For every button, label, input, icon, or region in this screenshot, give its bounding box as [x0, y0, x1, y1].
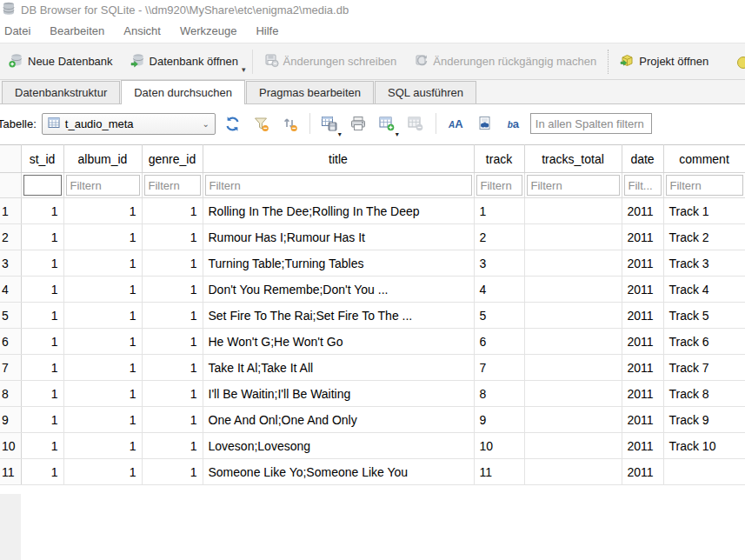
cell-title[interactable]: He Won't G;He Won't Go [203, 329, 474, 355]
cell-comment[interactable]: Track 7 [663, 355, 745, 381]
cell-st_id[interactable]: 1 [21, 355, 63, 381]
cell-tracks_total[interactable] [524, 224, 622, 250]
table-selector-combobox[interactable]: t_audio_meta ⌄ [42, 113, 216, 135]
cell-date[interactable]: 2011 [622, 355, 663, 381]
cell-genre_id[interactable]: 1 [142, 198, 203, 224]
insert-record-button[interactable]: ▾ [376, 112, 399, 136]
cell-genre_id[interactable]: 1 [142, 459, 203, 485]
cell-st_id[interactable]: 1 [21, 277, 63, 303]
column-filter-input-date[interactable] [624, 175, 662, 196]
cell-comment[interactable]: Track 1 [663, 198, 745, 224]
row-number[interactable]: 8 [0, 381, 21, 407]
row-number[interactable]: 4 [0, 277, 21, 303]
cell-track[interactable]: 10 [474, 433, 524, 459]
tab-daten-durchsuchen[interactable]: Daten durchsuchen [121, 80, 245, 104]
cell-genre_id[interactable]: 1 [142, 433, 203, 459]
cell-title[interactable]: Rumour Has I;Rumour Has It [203, 224, 474, 250]
open-project-button[interactable]: Projekt öffnen [611, 43, 717, 79]
cell-tracks_total[interactable] [524, 198, 622, 224]
menu-bearbeiten[interactable]: Bearbeiten [40, 24, 114, 37]
encoding-button[interactable]: ba [502, 112, 525, 136]
column-filter-input-album_id[interactable] [66, 175, 140, 196]
column-filter-input-genre_id[interactable] [144, 175, 201, 196]
cell-genre_id[interactable]: 1 [142, 355, 203, 381]
cell-genre_id[interactable]: 1 [142, 329, 203, 355]
cell-title[interactable]: Rolling In The Dee;Rolling In The Deep [203, 198, 474, 224]
open-database-button[interactable]: Datenbank öffnen [122, 43, 247, 79]
column-filter-input-comment[interactable] [666, 175, 743, 196]
column-header-title[interactable]: title [203, 145, 474, 173]
cell-date[interactable]: 2011 [622, 381, 663, 407]
cell-album_id[interactable]: 1 [63, 198, 142, 224]
cell-tracks_total[interactable] [524, 329, 622, 355]
revert-changes-button[interactable]: Änderungen rückgängig machen [405, 43, 605, 79]
cell-comment[interactable]: Track 9 [663, 407, 745, 433]
tab-sql-ausfuehren[interactable]: SQL ausführen [375, 81, 476, 103]
cell-tracks_total[interactable] [524, 459, 622, 485]
row-number[interactable]: 6 [0, 329, 21, 355]
cell-title[interactable]: One And Onl;One And Only [203, 407, 474, 433]
cell-st_id[interactable]: 1 [21, 433, 63, 459]
menu-datei[interactable]: Datei [0, 24, 40, 37]
cell-comment[interactable]: Track 6 [663, 329, 745, 355]
row-number[interactable]: 10 [0, 433, 21, 459]
clear-sorting-button[interactable] [278, 112, 302, 136]
cell-tracks_total[interactable] [524, 355, 622, 381]
insert-record-caret[interactable]: ▾ [396, 130, 399, 138]
cell-album_id[interactable]: 1 [63, 277, 142, 303]
row-number[interactable]: 9 [0, 407, 21, 433]
row-number[interactable]: 11 [0, 459, 21, 485]
cell-title[interactable]: Turning Table;Turning Tables [203, 250, 474, 277]
column-header-st_id[interactable]: st_id [21, 145, 63, 173]
cell-st_id[interactable]: 1 [21, 224, 63, 250]
cell-album_id[interactable]: 1 [63, 381, 142, 407]
column-filter-input-title[interactable] [205, 175, 472, 196]
cell-genre_id[interactable]: 1 [142, 381, 203, 407]
cell-track[interactable]: 9 [474, 407, 524, 433]
column-header-track[interactable]: track [474, 145, 524, 173]
column-header-comment[interactable]: comment [663, 145, 745, 173]
row-number[interactable]: 5 [0, 303, 21, 329]
cell-genre_id[interactable]: 1 [142, 407, 203, 433]
cell-st_id[interactable]: 1 [21, 303, 63, 329]
cell-tracks_total[interactable] [524, 381, 622, 407]
cell-tracks_total[interactable] [524, 250, 622, 277]
column-filter-input-st_id[interactable] [23, 175, 62, 196]
cell-st_id[interactable]: 1 [21, 198, 63, 224]
cell-tracks_total[interactable] [524, 303, 622, 329]
cell-track[interactable]: 6 [474, 329, 524, 355]
open-database-dropdown-caret[interactable]: ▾ [242, 65, 246, 74]
row-number[interactable]: 2 [0, 224, 21, 250]
find-in-table-button[interactable] [473, 112, 496, 136]
cell-title[interactable]: I'll Be Waitin;I'll Be Waiting [203, 381, 474, 407]
cell-genre_id[interactable]: 1 [142, 250, 203, 277]
cell-track[interactable]: 1 [474, 198, 524, 224]
cell-comment[interactable]: Track 8 [663, 381, 745, 407]
cell-date[interactable]: 2011 [622, 198, 663, 224]
new-database-button[interactable]: Neue Datenbank [0, 43, 122, 79]
cell-title[interactable]: Someone Like Yo;Someone Like You [203, 459, 474, 485]
save-table-view-button[interactable]: ▾ [318, 112, 342, 136]
cell-album_id[interactable]: 1 [63, 329, 142, 355]
cell-comment[interactable] [663, 459, 745, 485]
cell-date[interactable]: 2011 [622, 224, 663, 250]
cell-title[interactable]: Loveson;Lovesong [203, 433, 474, 459]
menu-werkzeuge[interactable]: Werkzeuge [170, 24, 247, 37]
cell-tracks_total[interactable] [524, 277, 622, 303]
cell-date[interactable]: 2011 [622, 250, 663, 277]
refresh-button[interactable] [221, 112, 244, 136]
menu-hilfe[interactable]: Hilfe [246, 24, 288, 37]
row-number[interactable]: 1 [0, 198, 21, 224]
write-changes-button[interactable]: Änderungen schreiben [256, 43, 406, 79]
cell-st_id[interactable]: 1 [21, 329, 63, 355]
cell-genre_id[interactable]: 1 [142, 277, 203, 303]
grid-corner[interactable] [0, 145, 21, 173]
cell-comment[interactable]: Track 3 [663, 250, 745, 277]
cell-title[interactable]: Don't You Remembe;Don't You ... [203, 277, 474, 303]
cell-track[interactable]: 4 [474, 277, 524, 303]
cell-album_id[interactable]: 1 [63, 224, 142, 250]
cell-st_id[interactable]: 1 [21, 459, 63, 485]
cell-album_id[interactable]: 1 [63, 459, 142, 485]
cell-track[interactable]: 3 [474, 250, 524, 277]
cell-title[interactable]: Set Fire To The Rai;Set Fire To The ... [203, 303, 474, 329]
